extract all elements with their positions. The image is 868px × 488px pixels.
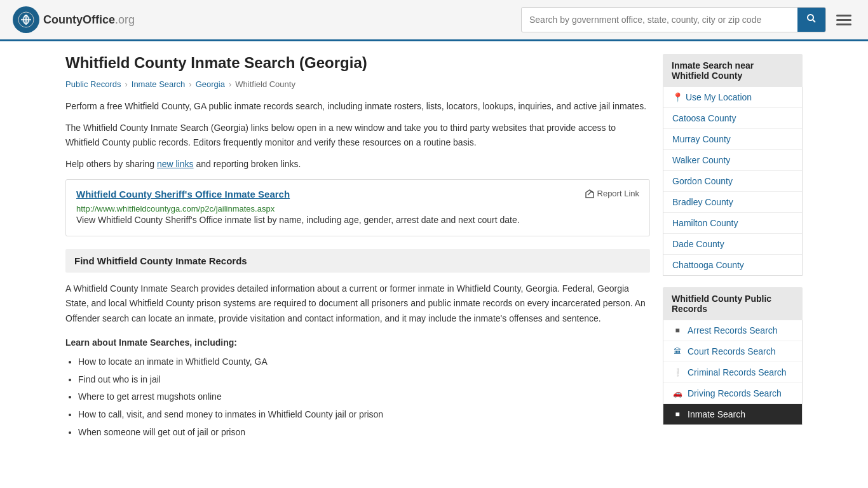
header-right	[521, 7, 855, 32]
list-item: How to locate an inmate in Whitfield Cou…	[78, 355, 650, 370]
breadcrumb-current: Whitfield County	[235, 79, 295, 89]
breadcrumb-public-records[interactable]: Public Records	[65, 79, 121, 89]
logo-area: CountyOffice.org	[13, 6, 135, 33]
search-input[interactable]	[522, 10, 797, 30]
report-link[interactable]: Report Link	[585, 189, 639, 199]
learn-section: Learn about Inmate Searches, including: …	[65, 336, 650, 440]
report-icon	[585, 189, 595, 199]
list-item: Where to get arrest mugshots online	[78, 390, 650, 405]
driving-icon: 🚗	[672, 388, 682, 398]
location-icon: 📍	[672, 92, 683, 102]
page-container: Whitfield County Inmate Search (Georgia)…	[53, 41, 815, 462]
arrest-icon: ■	[672, 325, 682, 336]
sidebar-criminal-records[interactable]: ❕ Criminal Records Search	[663, 362, 802, 383]
court-icon: 🏛	[672, 346, 682, 356]
link-card-desc: View Whitfield County Sheriff's Office i…	[76, 214, 639, 227]
breadcrumb-inmate-search[interactable]: Inmate Search	[132, 79, 186, 89]
list-item: How to call, visit, and send money to in…	[78, 407, 650, 423]
sidebar-item-gordon[interactable]: Gordon County	[663, 171, 802, 192]
description-2: The Whitfield County Inmate Search (Geor…	[65, 121, 650, 149]
svg-line-5	[813, 20, 815, 22]
search-bar	[521, 7, 826, 32]
sidebar-nearby-title: Inmate Search near Whitfield County	[663, 54, 803, 87]
sidebar-records-list: ■ Arrest Records Search 🏛 Court Records …	[663, 320, 803, 425]
new-links[interactable]: new links	[157, 159, 194, 169]
sidebar-item-murray[interactable]: Murray County	[663, 129, 802, 150]
learn-list: How to locate an inmate in Whitfield Cou…	[78, 355, 650, 440]
section-title: Find Whitfield County Inmate Records	[65, 249, 650, 273]
sidebar: Inmate Search near Whitfield County 📍 Us…	[663, 54, 803, 449]
logo-text: CountyOffice.org	[43, 13, 135, 27]
learn-title: Learn about Inmate Searches, including:	[65, 337, 237, 348]
main-content: Whitfield County Inmate Search (Georgia)…	[65, 54, 650, 449]
sidebar-item-walker[interactable]: Walker County	[663, 150, 802, 171]
sidebar-item-dade[interactable]: Dade County	[663, 234, 802, 255]
logo-icon	[13, 6, 39, 33]
inmate-icon: ■	[672, 409, 682, 419]
sidebar-use-location[interactable]: 📍 Use My Location	[663, 87, 802, 108]
link-card: Whitfield County Sheriff's Office Inmate…	[65, 179, 650, 236]
search-button[interactable]	[797, 8, 825, 32]
sidebar-item-bradley[interactable]: Bradley County	[663, 192, 802, 213]
link-card-header: Whitfield County Sheriff's Office Inmate…	[76, 189, 639, 200]
list-item: Find out who is in jail	[78, 372, 650, 388]
sidebar-nearby-list: 📍 Use My Location Catoosa County Murray …	[663, 87, 803, 276]
link-card-title[interactable]: Whitfield County Sheriff's Office Inmate…	[76, 189, 290, 200]
sidebar-driving-records[interactable]: 🚗 Driving Records Search	[663, 383, 802, 404]
section-body: A Whitfield County Inmate Search provide…	[65, 281, 650, 327]
description-1: Perform a free Whitfield County, GA publ…	[65, 99, 650, 113]
svg-line-6	[588, 191, 592, 195]
sidebar-item-hamilton[interactable]: Hamilton County	[663, 213, 802, 234]
breadcrumb-georgia[interactable]: Georgia	[196, 79, 225, 89]
criminal-icon: ❕	[672, 367, 682, 377]
list-item: When someone will get out of jail or pri…	[78, 425, 650, 440]
sidebar-inmate-search[interactable]: ■ Inmate Search	[663, 404, 802, 424]
page-title: Whitfield County Inmate Search (Georgia)	[65, 54, 650, 72]
sidebar-court-records[interactable]: 🏛 Court Records Search	[663, 341, 802, 362]
sidebar-arrest-records[interactable]: ■ Arrest Records Search	[663, 320, 802, 341]
breadcrumb: Public Records › Inmate Search › Georgia…	[65, 79, 650, 89]
svg-point-4	[808, 15, 813, 20]
link-card-url[interactable]: http://www.whitfieldcountyga.com/p2c/jai…	[76, 204, 275, 214]
header: CountyOffice.org	[0, 0, 868, 41]
sidebar-public-records-title: Whitfield County Public Records	[663, 287, 803, 320]
menu-button[interactable]	[832, 11, 855, 29]
sidebar-item-chattooga[interactable]: Chattooga County	[663, 255, 802, 275]
sidebar-item-catoosa[interactable]: Catoosa County	[663, 108, 802, 129]
description-3: Help others by sharing new links and rep…	[65, 157, 650, 171]
